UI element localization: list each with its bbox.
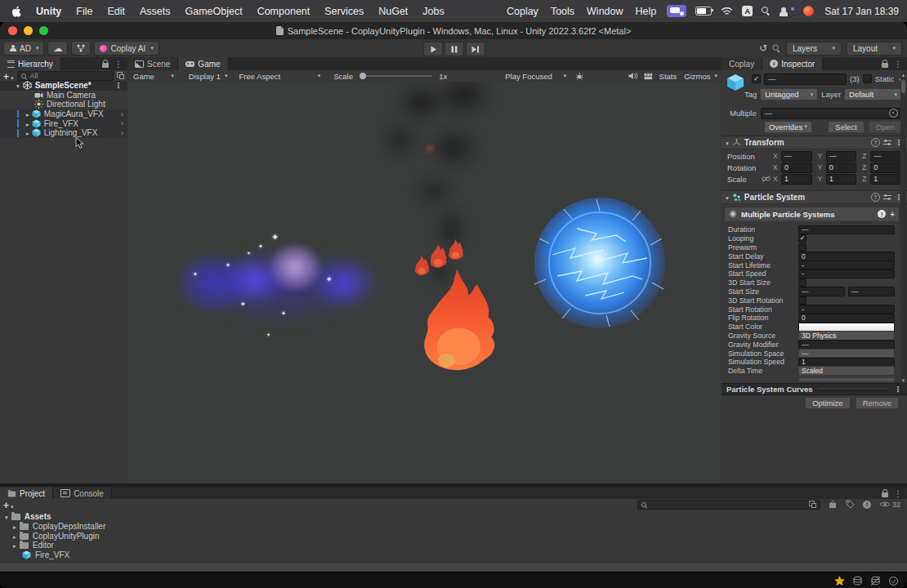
- looping-checkbox[interactable]: ✓: [798, 234, 806, 243]
- project-asset-row[interactable]: Fire_VFX: [0, 550, 907, 560]
- search-options-icon[interactable]: [117, 72, 124, 79]
- spotlight-icon[interactable]: [762, 7, 771, 16]
- status-ok-icon[interactable]: [888, 576, 899, 586]
- cloud-button[interactable]: ☁: [47, 41, 68, 56]
- panel-menu-icon[interactable]: [894, 60, 902, 69]
- debug-icon[interactable]: [575, 72, 584, 81]
- layers-dropdown[interactable]: Layers: [786, 42, 842, 56]
- help-icon[interactable]: [871, 138, 880, 147]
- scene-menu-icon[interactable]: [114, 81, 123, 90]
- slider-knob[interactable]: [360, 73, 366, 79]
- version-control-button[interactable]: [71, 41, 91, 56]
- duration-field[interactable]: —: [798, 225, 895, 235]
- tab-scene[interactable]: Scene: [127, 57, 178, 70]
- position-y-field[interactable]: —: [826, 151, 857, 162]
- start-speed-field[interactable]: -: [798, 270, 895, 279]
- tab-console[interactable]: Console: [53, 487, 112, 500]
- transform-header[interactable]: Transform: [722, 136, 907, 149]
- rotation-x-field[interactable]: 0: [781, 163, 812, 173]
- hierarchy-item[interactable]: Main Camera: [0, 91, 127, 100]
- coplay-ai-button[interactable]: Coplay AI: [94, 41, 159, 56]
- particle-system-header[interactable]: Particle System: [722, 190, 907, 204]
- control-center-icon[interactable]: [780, 7, 794, 16]
- axis-z-label[interactable]: Z: [862, 152, 869, 160]
- prefab-field[interactable]: —: [761, 108, 902, 119]
- foldout-icon[interactable]: [5, 512, 8, 521]
- start-color-swatch[interactable]: [798, 323, 895, 332]
- scroll-down-icon[interactable]: ▼: [900, 378, 906, 383]
- pause-button[interactable]: [445, 42, 464, 56]
- foldout-icon[interactable]: [13, 532, 16, 541]
- foldout-icon[interactable]: [26, 128, 29, 137]
- axis-y-label[interactable]: Y: [818, 163, 825, 172]
- apple-icon[interactable]: [0, 6, 29, 17]
- menu-component[interactable]: Component: [250, 6, 318, 17]
- layout-dropdown[interactable]: Layout: [847, 42, 902, 56]
- menubar-clock[interactable]: Sat 17 Jan 18:39: [823, 6, 899, 17]
- enabled-checkbox[interactable]: ✓: [752, 74, 761, 83]
- hierarchy-item[interactable]: Directional Light: [0, 100, 127, 109]
- select-button[interactable]: Select: [828, 121, 864, 133]
- foldout-icon[interactable]: [13, 541, 16, 550]
- tab-game[interactable]: Game: [178, 57, 228, 70]
- foldout-icon[interactable]: [16, 81, 20, 90]
- menu-coplay[interactable]: Coplay: [505, 6, 540, 17]
- menu-help[interactable]: Help: [634, 6, 659, 17]
- stats-button[interactable]: Stats: [659, 72, 677, 81]
- label-icon[interactable]: [846, 500, 855, 509]
- project-folder-row[interactable]: Editor: [0, 541, 907, 550]
- project-folder-row[interactable]: CoplayUnityPlugin: [0, 531, 907, 541]
- project-folder-row[interactable]: CoplayDepsInstaller: [0, 522, 907, 532]
- axis-x-label[interactable]: X: [773, 163, 780, 172]
- position-z-field[interactable]: —: [870, 151, 901, 162]
- particle-module-header[interactable]: Multiple Particle Systems: [725, 207, 899, 220]
- battery-icon[interactable]: [695, 7, 712, 16]
- cache-server-icon[interactable]: [852, 576, 863, 586]
- axis-y-label[interactable]: Y: [818, 152, 825, 160]
- hidden-packages-icon[interactable]: [863, 501, 871, 509]
- panel-menu-icon[interactable]: [894, 489, 902, 498]
- minimize-button[interactable]: [24, 26, 33, 35]
- history-icon[interactable]: [759, 42, 767, 54]
- activity-icon[interactable]: [834, 576, 845, 586]
- cache-server-offline-icon[interactable]: [870, 576, 881, 586]
- foldout-icon[interactable]: [726, 138, 729, 147]
- delta-time-dropdown[interactable]: Scaled: [798, 366, 895, 376]
- scale-y-field[interactable]: 1: [826, 174, 857, 185]
- link-icon[interactable]: [762, 176, 771, 182]
- foldout-icon[interactable]: [726, 193, 729, 202]
- search-icon[interactable]: [773, 44, 781, 52]
- aspect-dropdown[interactable]: Free Aspect: [235, 72, 324, 81]
- menu-edit[interactable]: Edit: [100, 6, 132, 17]
- eye-icon[interactable]: [879, 501, 891, 508]
- gameobject-name-field[interactable]: —: [764, 74, 847, 85]
- project-root-row[interactable]: Assets: [0, 512, 907, 522]
- menu-assets[interactable]: Assets: [132, 6, 178, 17]
- panel-menu-icon[interactable]: [114, 60, 123, 69]
- lock-icon[interactable]: [882, 63, 888, 68]
- prewarm-checkbox[interactable]: [798, 243, 806, 252]
- grid-icon[interactable]: [644, 73, 653, 80]
- axis-z-label[interactable]: Z: [862, 163, 869, 172]
- lock-icon[interactable]: [102, 63, 109, 68]
- lock-icon[interactable]: [882, 492, 888, 497]
- display-dropdown[interactable]: Display 1: [185, 72, 232, 81]
- axis-y-label[interactable]: Y: [818, 175, 825, 183]
- scroll-up-icon[interactable]: ▲: [900, 73, 906, 78]
- start-size-field-2[interactable]: —: [848, 287, 895, 296]
- curves-menu-icon[interactable]: [894, 385, 902, 394]
- drag-handle[interactable]: [818, 388, 889, 391]
- axis-x-label[interactable]: X: [773, 152, 780, 160]
- hierarchy-item-scene[interactable]: SampleScene*: [0, 81, 127, 91]
- position-x-field[interactable]: —: [781, 151, 812, 162]
- axis-z-label[interactable]: Z: [862, 175, 869, 183]
- menu-window[interactable]: Window: [585, 6, 624, 17]
- menu-file[interactable]: File: [69, 6, 100, 17]
- hierarchy-item-prefab[interactable]: Fire_VFX ›: [0, 118, 127, 128]
- help-icon[interactable]: [871, 193, 880, 202]
- tab-inspector[interactable]: Inspector: [762, 57, 823, 70]
- screen-mirroring-icon[interactable]: [667, 5, 686, 17]
- flip-rotation-field[interactable]: 0: [798, 314, 895, 323]
- overrides-dropdown[interactable]: Overrides: [764, 121, 812, 133]
- zoom-button[interactable]: [39, 26, 48, 35]
